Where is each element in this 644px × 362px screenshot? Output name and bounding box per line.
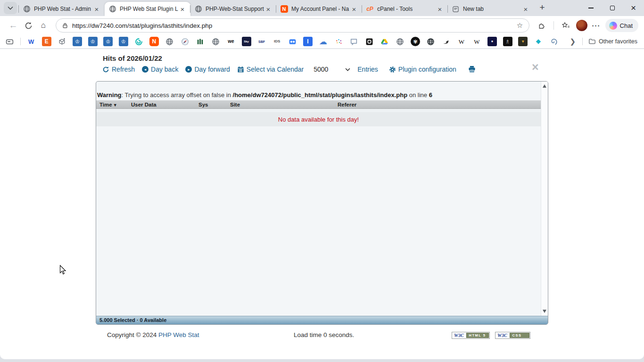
no-data-message: No data available for this day! — [96, 112, 541, 126]
blue-crest-favicon-2[interactable]: ♔ — [88, 37, 98, 46]
tab-close-icon[interactable]: × — [350, 5, 358, 13]
trillium-favicon[interactable]: ✾ — [411, 37, 420, 46]
globe-favicon-3[interactable] — [395, 37, 405, 46]
favorites-bar-icon[interactable] — [558, 18, 573, 33]
bookmarks-overflow-chevron[interactable]: ❯ — [567, 37, 578, 46]
robot-favicon[interactable] — [288, 37, 297, 46]
moon-favicon[interactable]: ● — [487, 37, 497, 46]
tab-title: PHP Web Stat Plugin La — [120, 6, 178, 12]
other-favorites-label: Other favorites — [599, 38, 637, 45]
print-button[interactable] — [468, 66, 476, 73]
wetransfer-favicon[interactable]: we — [226, 37, 236, 46]
back-button[interactable]: ← — [6, 18, 21, 33]
browser-window: PHP Web Stat - Admin C × PHP Web Stat Pl… — [0, 0, 644, 362]
column-header-site[interactable]: Site — [230, 102, 338, 107]
table-row — [96, 109, 541, 112]
bird-favicon[interactable] — [441, 37, 451, 46]
window-controls: × — [580, 0, 644, 16]
refresh-link[interactable]: Refresh — [102, 66, 135, 73]
column-header-referer[interactable]: Referer — [338, 102, 541, 107]
hits-panel: Warning: Trying to access array offset o… — [96, 81, 548, 325]
wordreference-favicon[interactable]: W — [26, 37, 36, 46]
scroll-down-icon[interactable] — [543, 310, 546, 313]
black-square-favicon[interactable] — [364, 37, 374, 46]
w3c-css-badge[interactable]: W3C CSS — [495, 332, 530, 339]
tab-close-icon[interactable]: × — [178, 5, 187, 13]
day-back-link[interactable]: ◄ Day back — [142, 66, 178, 73]
compass-favicon[interactable] — [180, 37, 190, 46]
extensions-icon[interactable] — [534, 18, 549, 33]
globe-favicon-2[interactable] — [211, 37, 220, 46]
new-tab-button[interactable]: + — [536, 1, 549, 14]
maximize-button[interactable] — [602, 0, 623, 16]
web-page-content: Hits of 2026/01/22 Refresh ◄ Day back ► … — [0, 49, 644, 359]
home-button[interactable]: ⌂ — [36, 18, 51, 33]
blue-crest-favicon-3[interactable]: ♔ — [103, 37, 113, 46]
globe-favicon-1[interactable] — [165, 37, 174, 46]
namecheap-favicon[interactable]: N — [149, 37, 159, 46]
tab-close-icon[interactable]: × — [264, 5, 272, 13]
scroll-up-icon[interactable] — [543, 84, 546, 88]
window-close-button[interactable]: × — [623, 0, 644, 16]
the-sky-favicon[interactable]: Sky — [242, 37, 251, 46]
other-favorites-button[interactable]: Other favorites — [586, 38, 639, 45]
select-via-calendar-link[interactable]: Select via Calendar — [237, 66, 304, 73]
plugin-configuration-link[interactable]: Plugin configuration — [389, 66, 456, 73]
statue-favicon[interactable]: ♗ — [503, 37, 512, 46]
column-header-time[interactable]: Time▼ — [99, 102, 131, 107]
tab-close-icon[interactable]: × — [92, 5, 101, 13]
box-plus-favicon[interactable] — [57, 37, 66, 46]
etsy-favicon[interactable]: E — [42, 37, 51, 46]
tab-search-button[interactable] — [4, 2, 17, 14]
wikipedia-favicon-1[interactable]: W — [457, 37, 466, 46]
tab-my-account-panel[interactable]: N My Account Panel - Na × — [276, 2, 362, 16]
address-bar[interactable]: https://dw7240.com/stat/plugins/lasthits… — [56, 18, 529, 33]
google-drive-favicon[interactable] — [380, 37, 389, 46]
tab-new-tab[interactable]: New tab × — [448, 2, 534, 16]
nav-right-cluster: ··· Chat — [534, 18, 638, 33]
profile-avatar[interactable] — [576, 20, 587, 31]
godaddy-favicon[interactable] — [134, 37, 143, 46]
ids-favicon[interactable]: IDS — [272, 37, 282, 46]
url-text[interactable]: https://dw7240.com/stat/plugins/lasthits… — [72, 22, 514, 29]
tab-php-web-stat-plugin[interactable]: PHP Web Stat Plugin La × — [105, 2, 190, 16]
tab-php-web-stat-support[interactable]: PHP-Web-Stat Support × — [190, 2, 276, 16]
minimize-button[interactable] — [580, 0, 602, 16]
wikipedia-favicon-2[interactable]: W — [472, 37, 481, 46]
tab-actions-icon[interactable] — [5, 37, 14, 46]
panel-scrollbar[interactable] — [541, 82, 548, 316]
navigation-bar: ← ⌂ https://dw7240.com/stat/plugins/last… — [0, 16, 644, 35]
page-toolbar: Refresh ◄ Day back ► Day forward Select … — [102, 65, 476, 74]
sbf-favicon[interactable]: SBF — [257, 37, 266, 46]
divider — [553, 21, 554, 30]
column-header-user-data[interactable]: User Data — [131, 102, 198, 107]
tab-cpanel-tools[interactable]: cP cPanel - Tools × — [362, 2, 448, 16]
tab-php-web-stat-admin[interactable]: PHP Web Stat - Admin C × — [19, 2, 105, 16]
tab-close-icon[interactable]: × — [521, 5, 530, 13]
blue-crest-favicon-4[interactable]: ♔ — [119, 37, 128, 46]
reload-button[interactable] — [21, 18, 36, 33]
entries-select[interactable]: 5000 — [311, 66, 350, 73]
chat-label: Chat — [620, 22, 633, 29]
settings-menu-icon[interactable]: ··· — [590, 22, 603, 30]
blue-crest-favicon-1[interactable]: ♔ — [73, 37, 82, 46]
page-close-icon[interactable]: × — [532, 61, 539, 73]
chat-bubble-favicon[interactable] — [349, 37, 359, 46]
tab-close-icon[interactable]: × — [436, 5, 444, 13]
w3c-html5-badge[interactable]: W3C HTML 5 — [452, 332, 490, 339]
confetti-favicon[interactable] — [334, 37, 343, 46]
gold-chest-favicon[interactable]: ▾ — [518, 37, 528, 46]
blue-i-favicon[interactable]: I — [303, 37, 313, 46]
cloud-favicon[interactable]: ☁ — [318, 37, 328, 46]
day-forward-link[interactable]: ► Day forward — [185, 66, 230, 73]
php-warning-text: Warning: Trying to access array offset o… — [97, 91, 538, 99]
column-header-sys[interactable]: Sys — [198, 102, 230, 107]
spiral-favicon[interactable] — [549, 37, 558, 46]
globe-favicon-4[interactable] — [426, 37, 436, 46]
divider — [20, 38, 21, 45]
teal-book-favicon[interactable]: ❖ — [534, 37, 543, 46]
copilot-chat-button[interactable]: Chat — [605, 19, 638, 32]
green-bars-favicon[interactable] — [196, 37, 205, 46]
bookmark-star-icon[interactable]: ☆ — [514, 19, 526, 32]
php-web-stat-link[interactable]: PHP Web Stat — [158, 331, 199, 338]
